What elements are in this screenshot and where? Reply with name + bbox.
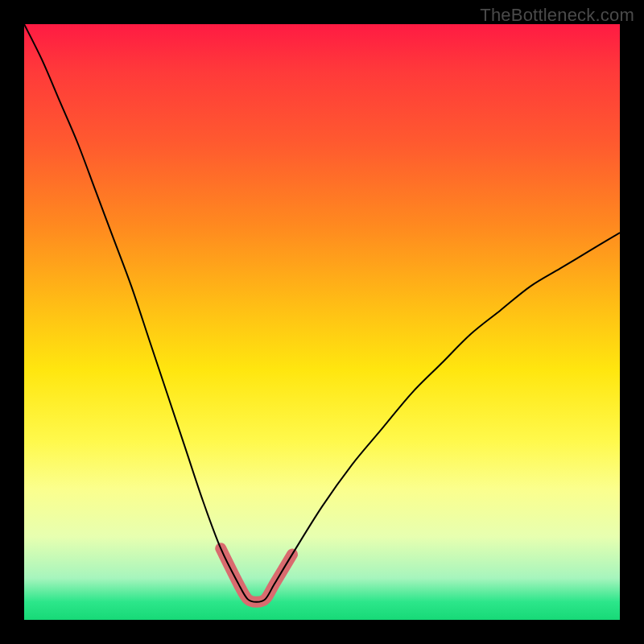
watermark-text: TheBottleneck.com bbox=[480, 5, 634, 26]
chart-frame: TheBottleneck.com bbox=[0, 0, 644, 644]
curve-svg bbox=[24, 24, 620, 620]
optimal-band-highlight bbox=[221, 548, 292, 602]
plot-area bbox=[24, 24, 620, 620]
bottleneck-curve bbox=[24, 24, 620, 602]
